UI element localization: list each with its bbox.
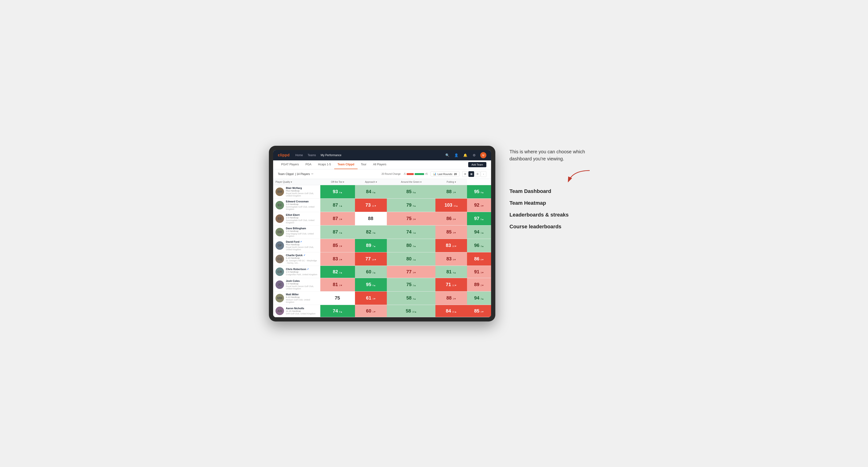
player-avatar: EE [276,214,284,223]
putting-cell: 89 2▼ [467,278,491,291]
tab-pgat-players[interactable]: PGAT Players [278,160,302,169]
nav-home[interactable]: Home [295,153,303,158]
player-info: David Ford ✔ Plus Handicap Royal North D… [286,240,318,251]
around-green-cell: 81 4▲ [435,266,467,278]
metric-value: 89 [366,243,371,248]
tab-pga[interactable]: PGA [302,160,315,169]
add-team-button[interactable]: Add Team [468,162,486,167]
search-icon[interactable]: 🔍 [444,152,450,158]
table-row[interactable]: EE Elliot Ebert 1-5 Handicap Sunningdale… [273,212,491,225]
table-row[interactable]: DB Dave Billingham 1-5 Handicap Gog Mago… [273,225,491,239]
annotation-panel: This is where you can choose which dashb… [509,146,599,230]
metric-change: 10▼ [452,245,457,247]
last-rounds-button[interactable]: 📊 Last Rounds: 20 [431,172,460,177]
col-approach: Approach ▾ [355,179,387,185]
metric-value: 92 [474,203,479,208]
off-tee-cell: 84 6▲ [355,185,387,198]
metric-value: 95 [474,189,479,194]
tab-all-players[interactable]: All Players [370,160,390,169]
player-name: Dave Billingham [286,227,318,230]
table-row[interactable]: BM Blair McHarg Plus Handicap Royal Nort… [273,185,491,198]
table-row[interactable]: EC Edward Crossman 1-5 Handicap Sunningd… [273,198,491,212]
team-name: Team Clippd [278,173,294,176]
table-row[interactable]: MM Matt Miller 6-10 Handicap Woburn Golf… [273,291,491,305]
player-avatar: BM [276,187,284,196]
off-tee-cell: 89 7▲ [355,239,387,252]
edit-icon[interactable]: ✏ [311,173,313,176]
metric-change: 11▼ [452,284,457,286]
user-icon[interactable]: 👤 [453,152,459,158]
table-row[interactable]: CQ Charlie Quick ✔ 6-10 Handicap St. Geo… [273,252,491,266]
metric-change: 1▼ [453,191,456,194]
nav-teams[interactable]: Teams [308,153,316,158]
metric-value: 87 [333,229,338,235]
option-course-leaderboards[interactable]: Course leaderboards [509,224,599,230]
metric-value: 79 [406,203,412,208]
player-avatar: MM [276,294,284,302]
putting-cell: 85 4▼ [467,305,491,317]
team-header: Team Clippd | 14 Players ✏ 20 Round Chan… [273,169,491,179]
around-green-cell: 83 10▼ [435,239,467,252]
approach-cell: 58 4▲ [387,291,435,305]
metric-value: 80 [406,243,412,248]
metric-value: 75 [335,295,340,301]
metric-change: 6▼ [453,218,456,220]
approach-cell: 75 3▼ [387,212,435,225]
settings-icon[interactable]: ⚙ [471,152,477,158]
metric-value: 84 [366,189,371,194]
off-tee-cell: 60 2▲ [355,266,387,278]
player-cell: MM Matt Miller 6-10 Handicap Woburn Golf… [273,291,320,305]
player-hcp: 11-15 Handicap [286,310,316,312]
pos-bar [415,173,424,175]
tab-team-clippd[interactable]: Team Clippd [334,160,358,169]
table-row[interactable]: CR Chris Robertson ✔ 1-5 Handicap Craigm… [273,266,491,278]
metric-change: 6▼ [453,258,456,261]
metric-change: 3▼ [481,272,484,274]
table-row[interactable]: AN Aaron Nicholls 11-15 Handicap Drift G… [273,305,491,317]
player-name: Elliot Ebert [286,214,318,216]
grid-view-button[interactable]: ⊞ [462,171,468,177]
download-button[interactable]: ↓ [481,171,486,177]
metric-value: 94 [474,295,479,301]
player-club: Sunningdale Golf Club, United Kingdom [286,206,318,210]
metric-change: 14▼ [372,258,376,261]
tab-hcaps[interactable]: Hcaps 1-5 [315,160,334,169]
metric-change: 1▲ [339,205,342,207]
player-club: St. George's Hill GC - Weybridge - Surre… [286,259,318,264]
avatar[interactable]: U [480,152,486,158]
player-hcp: Plus Handicap [286,243,318,246]
off-tee-cell: 73 11▼ [355,198,387,212]
metric-value: 97 [474,216,479,221]
metric-value: 77 [365,256,371,261]
metric-change: 21▲ [452,311,457,313]
metric-value: 74 [406,229,412,235]
metric-value: 88 [446,189,452,194]
table-container: Player Quality ▾ Off the Tee ▾ Approach … [273,179,491,317]
bell-icon[interactable]: 🔔 [462,152,468,158]
annotation-text: This is where you can choose which dashb… [509,148,599,162]
metric-value: 93 [333,189,338,194]
around-green-cell: 85 3▼ [435,225,467,239]
metric-change: 1▲ [413,231,416,234]
player-quality-cell: 82 3▲ [320,266,355,278]
heatmap-view-button[interactable]: ▦ [468,171,474,177]
metric-value: 80 [406,256,412,261]
metric-change: 2▲ [413,284,416,286]
metric-change: 3▲ [481,298,484,300]
player-avatar: CQ [276,255,284,263]
option-leaderboards[interactable]: Leaderboards & streaks [509,212,599,218]
arrow-container [509,169,594,184]
col-around-green: Around the Green ▾ [387,179,435,185]
option-team-dashboard[interactable]: Team Dashboard [509,188,599,194]
tab-tour[interactable]: Tour [358,160,370,169]
option-team-heatmap[interactable]: Team Heatmap [509,200,599,206]
nav-my-performance[interactable]: My Performance [320,153,341,158]
table-row[interactable]: JC Josh Coles 1-5 Handicap Royal North D… [273,278,491,291]
player-hcp: 1-5 Handicap [286,283,318,285]
metric-change: 3▼ [453,231,456,234]
list-view-button[interactable]: ☰ [474,171,480,177]
metric-value: 81 [446,269,452,274]
putting-cell: 94 1▲ [467,225,491,239]
metric-change: 3▲ [413,245,416,247]
table-row[interactable]: DF David Ford ✔ Plus Handicap Royal Nort… [273,239,491,252]
